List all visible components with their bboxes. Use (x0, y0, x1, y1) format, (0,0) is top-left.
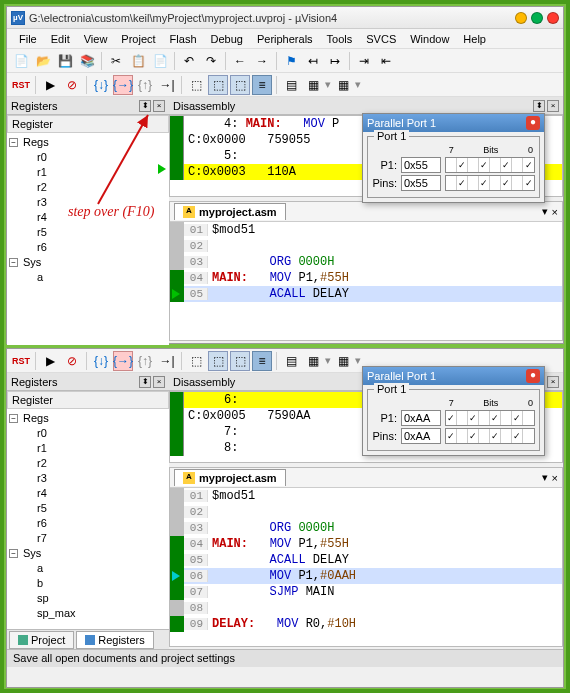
register-item[interactable]: r0 (9, 426, 167, 441)
bit-checkbox[interactable]: ✓ (446, 429, 457, 443)
show-mem-icon[interactable]: ⬚ (230, 351, 250, 371)
close-button[interactable] (547, 12, 559, 24)
step-into-icon[interactable]: {↓} (91, 75, 111, 95)
register-tree[interactable]: −Regs r0r1r2r3r4r5r6r7 −Sys abspsp_max (7, 409, 169, 623)
bit-checkbox[interactable]: ✓ (457, 158, 468, 172)
bookmark-icon[interactable]: ⚑ (281, 51, 301, 71)
register-item[interactable]: a (9, 270, 167, 285)
step-over-button[interactable]: {→} (113, 75, 133, 95)
menu-svcs[interactable]: SVCS (360, 31, 402, 47)
panel-close-icon[interactable]: × (153, 100, 165, 112)
bit-checkbox[interactable] (490, 176, 501, 190)
menu-file[interactable]: File (13, 31, 43, 47)
col-view-icon[interactable]: ▤ (281, 75, 301, 95)
bit-checkbox[interactable] (501, 411, 512, 425)
menu-edit[interactable]: Edit (45, 31, 76, 47)
indent-icon[interactable]: ⇥ (354, 51, 374, 71)
tree-toggle-icon[interactable]: − (9, 138, 18, 147)
bit-checkbox[interactable] (512, 176, 523, 190)
pins-value-input[interactable] (401, 175, 441, 191)
undo-icon[interactable]: ↶ (179, 51, 199, 71)
save-all-icon[interactable]: 📚 (77, 51, 97, 71)
bit-checkbox[interactable] (512, 158, 523, 172)
show-disasm-icon[interactable]: ⬚ (186, 75, 206, 95)
bit-checkbox[interactable] (446, 176, 457, 190)
menu-window[interactable]: Window (404, 31, 455, 47)
dialog-close-icon[interactable]: ● (526, 369, 540, 383)
register-item[interactable]: r1 (9, 165, 167, 180)
bit-checkbox[interactable]: ✓ (457, 176, 468, 190)
show-watch-icon[interactable]: ≡ (252, 351, 272, 371)
step-over-button[interactable]: {→} (113, 351, 133, 371)
parallel-port-dialog[interactable]: Parallel Port 1● Port 1 7Bits0 P1: ✓✓✓✓ … (362, 113, 545, 203)
reset-icon[interactable]: RST (11, 351, 31, 371)
maximize-button[interactable] (531, 12, 543, 24)
panel-close-icon[interactable]: × (153, 376, 165, 388)
pin-icon[interactable]: ⬍ (139, 376, 151, 388)
show-disasm-icon[interactable]: ⬚ (186, 351, 206, 371)
register-item[interactable]: r5 (9, 501, 167, 516)
nav-fwd-icon[interactable]: → (252, 51, 272, 71)
bit-checkbox[interactable] (490, 158, 501, 172)
show-watch-icon[interactable]: ≡ (252, 75, 272, 95)
open-file-icon[interactable]: 📂 (33, 51, 53, 71)
copy-icon[interactable]: 📋 (128, 51, 148, 71)
register-item[interactable]: a (9, 561, 167, 576)
tree-toggle-icon[interactable]: − (9, 414, 18, 423)
dialog-close-icon[interactable]: ● (526, 116, 540, 130)
bit-checkbox[interactable]: ✓ (523, 176, 534, 190)
register-item[interactable]: r6 (9, 240, 167, 255)
bit-checkbox[interactable]: ✓ (512, 411, 523, 425)
menu-peripherals[interactable]: Peripherals (251, 31, 319, 47)
run-to-cursor-icon[interactable]: →| (157, 351, 177, 371)
menu-debug[interactable]: Debug (205, 31, 249, 47)
tab-dropdown-icon[interactable]: ▾ (542, 471, 548, 484)
bit-checkbox[interactable]: ✓ (468, 411, 479, 425)
pins-bits[interactable]: ✓✓✓✓ (445, 175, 535, 191)
bit-checkbox[interactable] (468, 176, 479, 190)
editor-tab[interactable]: A myproject.asm (174, 469, 286, 486)
p1-value-input[interactable] (401, 410, 441, 426)
show-regs-icon[interactable]: ⬚ (208, 75, 228, 95)
tree-toggle-icon[interactable]: − (9, 258, 18, 267)
register-item[interactable]: b (9, 576, 167, 591)
panel-close-icon[interactable]: × (547, 100, 559, 112)
outdent-icon[interactable]: ⇤ (376, 51, 396, 71)
bit-checkbox[interactable]: ✓ (501, 176, 512, 190)
pins-value-input[interactable] (401, 428, 441, 444)
show-mem-icon[interactable]: ⬚ (230, 75, 250, 95)
register-item[interactable]: r3 (9, 471, 167, 486)
bit-checkbox[interactable] (523, 429, 534, 443)
bit-checkbox[interactable]: ✓ (479, 158, 490, 172)
pin-icon[interactable]: ⬍ (533, 100, 545, 112)
register-item[interactable]: r7 (9, 531, 167, 546)
redo-icon[interactable]: ↷ (201, 51, 221, 71)
run-icon[interactable]: ▶ (40, 351, 60, 371)
menu-flash[interactable]: Flash (164, 31, 203, 47)
bit-checkbox[interactable]: ✓ (446, 411, 457, 425)
bit-checkbox[interactable]: ✓ (468, 429, 479, 443)
p1-value-input[interactable] (401, 157, 441, 173)
paste-icon[interactable]: 📄 (150, 51, 170, 71)
win-view-icon[interactable]: ▦ (303, 351, 323, 371)
register-item[interactable]: r4 (9, 486, 167, 501)
bit-checkbox[interactable]: ✓ (479, 176, 490, 190)
tree-toggle-icon[interactable]: − (9, 549, 18, 558)
bit-checkbox[interactable] (479, 411, 490, 425)
misc-icon[interactable]: ▦ (333, 351, 353, 371)
bit-checkbox[interactable] (468, 158, 479, 172)
register-item[interactable]: r5 (9, 225, 167, 240)
p1-bits[interactable]: ✓✓✓✓ (445, 157, 535, 173)
panel-close-icon[interactable]: × (547, 376, 559, 388)
bit-checkbox[interactable] (479, 429, 490, 443)
stop-icon[interactable]: ⊘ (62, 351, 82, 371)
win-view-icon[interactable]: ▦ (303, 75, 323, 95)
editor-tab[interactable]: A myproject.asm (174, 203, 286, 220)
misc-icon[interactable]: ▦ (333, 75, 353, 95)
prev-bookmark-icon[interactable]: ↤ (303, 51, 323, 71)
register-column-header[interactable]: Register (7, 115, 169, 133)
pins-bits[interactable]: ✓✓✓✓ (445, 428, 535, 444)
step-into-icon[interactable]: {↓} (91, 351, 111, 371)
register-column-header[interactable]: Register (7, 391, 169, 409)
step-out-icon[interactable]: {↑} (135, 75, 155, 95)
